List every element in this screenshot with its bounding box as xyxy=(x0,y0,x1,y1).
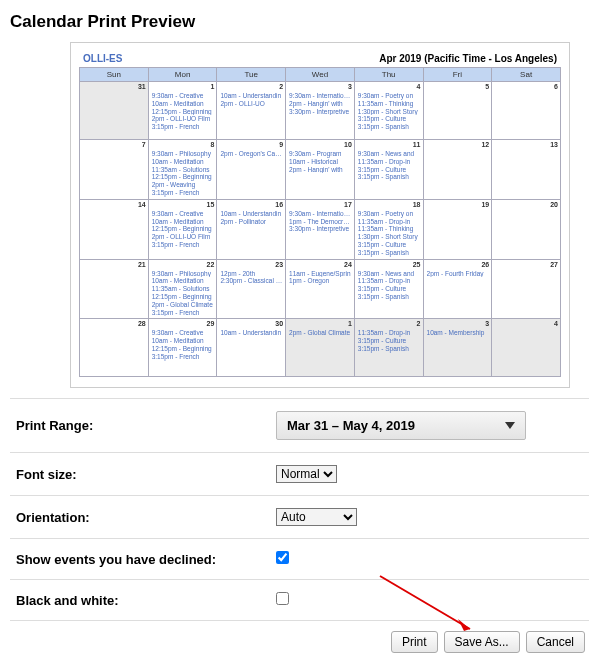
calendar-event: 3:15pm - Spanish xyxy=(358,123,421,131)
day-number: 17 xyxy=(344,201,352,208)
print-button[interactable]: Print xyxy=(391,631,438,653)
calendar-event: 3:30pm - Interpretive xyxy=(289,225,352,233)
calendar-cell: 20 xyxy=(492,199,561,259)
day-number: 29 xyxy=(207,320,215,327)
calendar-event: 3:15pm - Spanish xyxy=(358,249,421,257)
calendar-event: 12:15pm - Beginning xyxy=(152,293,215,301)
calendar-event: 10am - Membership xyxy=(427,329,490,337)
calendar-cell: 310am - Membership xyxy=(423,319,492,377)
day-number: 5 xyxy=(485,83,489,90)
calendar-event: 3:15pm - French xyxy=(152,241,215,249)
font-size-select[interactable]: SmallNormalLarge xyxy=(276,465,337,483)
calendar-event: 3:15pm - Spanish xyxy=(358,345,421,353)
calendar-event: 10am - Understandin xyxy=(220,210,283,218)
calendar-event: 12:15pm - Beginning xyxy=(152,345,215,353)
day-number: 11 xyxy=(413,141,421,148)
calendar-event: 11:35am - Solutions xyxy=(152,285,215,293)
calendar-event: 2pm - OLLI-UO xyxy=(220,100,283,108)
calendar-event: 9:30am - Creative xyxy=(152,329,215,337)
day-number: 16 xyxy=(275,201,283,208)
calendar-cell: 211:35am - Drop-in3:15pm - Culture3:15pm… xyxy=(354,319,423,377)
calendar-cell: 89:30am - Philosophy10am - Meditation11:… xyxy=(148,140,217,200)
black-white-checkbox[interactable] xyxy=(276,592,289,605)
calendar-cell: 5 xyxy=(423,82,492,140)
calendar-event: 3:15pm - French xyxy=(152,309,215,317)
calendar-cell: 259:30am - News and11:35am - Drop-in3:15… xyxy=(354,259,423,319)
day-number: 2 xyxy=(279,83,283,90)
calendar-event: 9:30am - Poetry on xyxy=(358,210,421,218)
print-range-select[interactable]: Mar 31 – May 4, 2019 xyxy=(276,411,526,440)
show-declined-checkbox[interactable] xyxy=(276,551,289,564)
day-number: 20 xyxy=(550,201,558,208)
day-number: 21 xyxy=(138,261,146,268)
calendar-cell: 262pm - Fourth Friday xyxy=(423,259,492,319)
calendar-event: 3:15pm - Spanish xyxy=(358,293,421,301)
calendar-cell: 27 xyxy=(492,259,561,319)
calendar-event: 12:15pm - Beginning xyxy=(152,225,215,233)
calendar-event: 2pm - Oregon's Carbon xyxy=(220,150,283,158)
calendar-event: 12:15pm - Beginning xyxy=(152,108,215,116)
calendar-event: 11:35am - Drop-in xyxy=(358,277,421,285)
calendar-event: 2pm - OLLI-UO Film xyxy=(152,233,215,241)
print-range-value: Mar 31 – May 4, 2019 xyxy=(287,418,415,433)
calendar-event: 9:30am - Creative xyxy=(152,210,215,218)
day-number: 3 xyxy=(348,83,352,90)
calendar-event: 10am - Understandin xyxy=(220,329,283,337)
font-size-label: Font size: xyxy=(16,467,276,482)
day-number: 12 xyxy=(481,141,489,148)
calendar-event: 9:30am - News and xyxy=(358,150,421,158)
calendar-event: 3:15pm - Culture xyxy=(358,166,421,174)
day-number: 28 xyxy=(138,320,146,327)
day-header: Sat xyxy=(492,68,561,82)
day-header: Thu xyxy=(354,68,423,82)
day-header: Tue xyxy=(217,68,286,82)
calendar-cell: 4 xyxy=(492,319,561,377)
day-number: 13 xyxy=(550,141,558,148)
calendar-event: 2pm - Pollinator xyxy=(220,218,283,226)
day-number: 4 xyxy=(554,320,558,327)
calendar-cell: 2312pm - 20th2:30pm - Classical Phi xyxy=(217,259,286,319)
calendar-cell: 19 xyxy=(423,199,492,259)
calendar-event: 11:35am - Drop-in xyxy=(358,218,421,226)
orientation-select[interactable]: AutoPortraitLandscape xyxy=(276,508,357,526)
day-number: 31 xyxy=(138,83,146,90)
calendar-name: OLLI-ES xyxy=(83,53,122,64)
calendar-event: 11:35am - Thinking xyxy=(358,100,421,108)
chevron-down-icon xyxy=(505,418,515,433)
calendar-event: 3:30pm - Interpretive xyxy=(289,108,352,116)
day-number: 19 xyxy=(481,201,489,208)
day-number: 9 xyxy=(279,141,283,148)
day-header: Sun xyxy=(80,68,149,82)
calendar-cell: 12 xyxy=(423,140,492,200)
save-as-button[interactable]: Save As... xyxy=(444,631,520,653)
calendar-event: 11:35am - Drop-in xyxy=(358,158,421,166)
calendar-preview: OLLI-ES Apr 2019 (Pacific Time - Los Ang… xyxy=(70,42,570,388)
calendar-cell: 49:30am - Poetry on11:35am - Thinking1:3… xyxy=(354,82,423,140)
calendar-event: 9:30am - International xyxy=(289,210,352,218)
day-number: 6 xyxy=(554,83,558,90)
calendar-event: 10am - Meditation xyxy=(152,218,215,226)
day-number: 30 xyxy=(275,320,283,327)
day-number: 26 xyxy=(481,261,489,268)
calendar-cell: 19:30am - Creative10am - Meditation12:15… xyxy=(148,82,217,140)
calendar-cell: 229:30am - Philosophy10am - Meditation11… xyxy=(148,259,217,319)
calendar-event: 1pm - Oregon xyxy=(289,277,352,285)
day-number: 15 xyxy=(207,201,215,208)
calendar-event: 11:35am - Solutions xyxy=(152,166,215,174)
calendar-event: 3:15pm - Culture xyxy=(358,241,421,249)
calendar-event: 12pm - 20th xyxy=(220,270,283,278)
calendar-cell: 13 xyxy=(492,140,561,200)
calendar-event: 2pm - Global Climate xyxy=(152,301,215,309)
calendar-cell: 2411am - Eugene/Sprin1pm - Oregon xyxy=(286,259,355,319)
print-range-label: Print Range: xyxy=(16,418,276,433)
calendar-event: 3:15pm - French xyxy=(152,189,215,197)
calendar-cell: 159:30am - Creative10am - Meditation12:1… xyxy=(148,199,217,259)
day-number: 1 xyxy=(211,83,215,90)
cancel-button[interactable]: Cancel xyxy=(526,631,585,653)
calendar-cell: 109:30am - Program10am - Historical2pm -… xyxy=(286,140,355,200)
calendar-cell: 119:30am - News and11:35am - Drop-in3:15… xyxy=(354,140,423,200)
day-number: 27 xyxy=(550,261,558,268)
calendar-cell: 12pm - Global Climate xyxy=(286,319,355,377)
day-header: Wed xyxy=(286,68,355,82)
calendar-event: 10am - Meditation xyxy=(152,100,215,108)
